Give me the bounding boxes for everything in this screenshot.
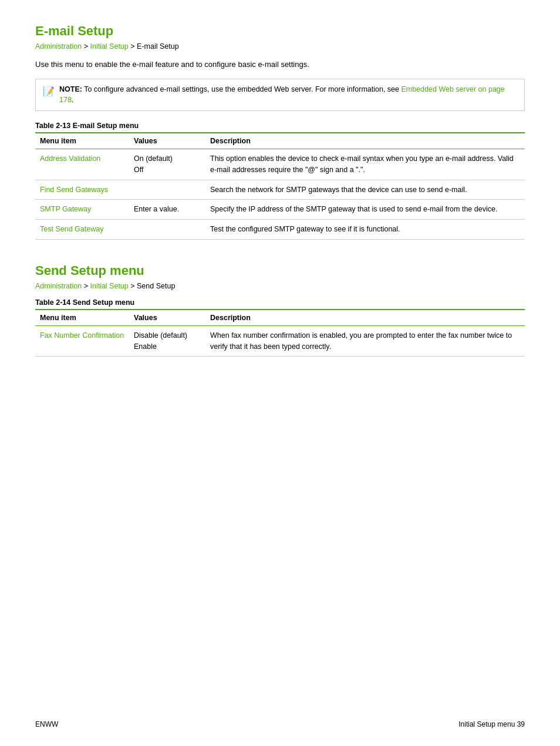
menu-item: Test Send Gateway	[35, 220, 129, 240]
col-header-desc: Description	[205, 133, 525, 149]
page-footer: ENWW Initial Setup menu 39	[0, 720, 560, 728]
breadcrumb-admin-link[interactable]: Administration	[35, 42, 82, 51]
email-setup-breadcrumb: Administration > Initial Setup > E-mail …	[35, 42, 525, 51]
menu-desc: Search the network for SMTP gateways tha…	[205, 180, 525, 200]
email-setup-intro: Use this menu to enable the e-mail featu…	[35, 59, 525, 70]
menu-desc: Specify the IP address of the SMTP gatew…	[205, 200, 525, 220]
breadcrumb-initial-link2[interactable]: Initial Setup	[90, 282, 128, 290]
note-body: To configure advanced e-mail settings, u…	[84, 85, 401, 93]
menu-values: On (default) Off	[129, 149, 205, 180]
menu-values	[129, 180, 205, 200]
footer-right: Initial Setup menu 39	[458, 720, 525, 728]
table-row: Test Send GatewayTest the configured SMT…	[35, 220, 525, 240]
menu-values: Enter a value.	[129, 200, 205, 220]
table-row: Address ValidationOn (default) OffThis o…	[35, 149, 525, 180]
menu-item: Fax Number Confirmation	[35, 325, 129, 357]
email-setup-table: Menu item Values Description Address Val…	[35, 132, 525, 240]
breadcrumb-sep3: >	[82, 282, 90, 290]
menu-values: Disable (default) Enable	[129, 325, 205, 357]
menu-desc: When fax number confirmation is enabled,…	[205, 325, 525, 357]
breadcrumb-initial-link[interactable]: Initial Setup	[90, 42, 128, 51]
menu-values	[129, 220, 205, 240]
menu-item: SMTP Gateway	[35, 200, 129, 220]
table-row: Fax Number ConfirmationDisable (default)…	[35, 325, 525, 357]
table-row: Find Send GatewaysSearch the network for…	[35, 180, 525, 200]
table-row: SMTP GatewayEnter a value.Specify the IP…	[35, 200, 525, 220]
col-header-values2: Values	[129, 310, 205, 326]
send-setup-table: Menu item Values Description Fax Number …	[35, 309, 525, 357]
col-header-desc2: Description	[205, 310, 525, 326]
note-end: .	[72, 96, 73, 104]
breadcrumb-sep1: >	[82, 42, 90, 51]
note-text: NOTE: To configure advanced e-mail setti…	[59, 84, 517, 106]
menu-desc: This option enables the device to check …	[205, 149, 525, 180]
note-label: NOTE:	[59, 85, 82, 93]
col-header-menu: Menu item	[35, 133, 129, 149]
menu-item: Address Validation	[35, 149, 129, 180]
footer-left: ENWW	[35, 720, 58, 728]
email-table-caption: Table 2-13 E-mail Setup menu	[35, 122, 525, 130]
menu-desc: Test the configured SMTP gateway to see …	[205, 220, 525, 240]
breadcrumb-admin-link2[interactable]: Administration	[35, 282, 82, 290]
col-header-values: Values	[129, 133, 205, 149]
send-table-caption: Table 2-14 Send Setup menu	[35, 298, 525, 307]
col-header-menu2: Menu item	[35, 310, 129, 326]
note-box: 📝 NOTE: To configure advanced e-mail set…	[35, 79, 525, 112]
breadcrumb-current2: Send Setup	[137, 282, 175, 290]
send-setup-title: Send Setup menu	[35, 263, 525, 278]
breadcrumb-current: E-mail Setup	[137, 42, 179, 51]
send-setup-breadcrumb: Administration > Initial Setup > Send Se…	[35, 282, 525, 290]
breadcrumb-sep2: >	[129, 42, 137, 51]
email-setup-title: E-mail Setup	[35, 23, 525, 39]
breadcrumb-sep4: >	[129, 282, 137, 290]
note-icon: 📝	[43, 85, 55, 99]
menu-item: Find Send Gateways	[35, 180, 129, 200]
